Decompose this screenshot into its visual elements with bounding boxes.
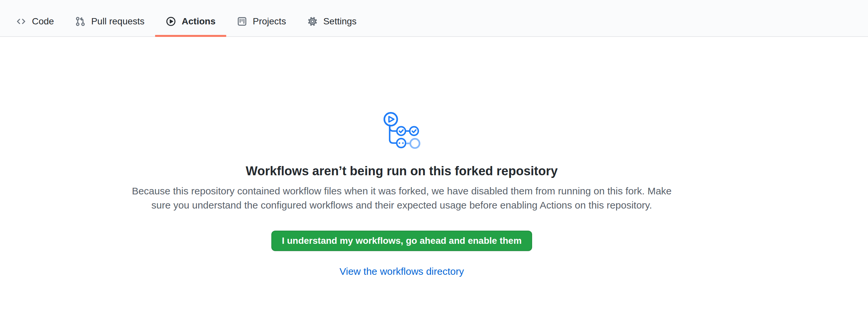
tab-label: Code xyxy=(32,17,54,26)
actions-disabled-panel: Workflows aren’t being run on this forke… xyxy=(0,37,803,277)
project-board-icon xyxy=(237,16,247,27)
description-text: Because this repository contained workfl… xyxy=(132,184,672,212)
workflows-directory-link[interactable]: View the workflows directory xyxy=(340,266,464,277)
tab-code[interactable]: Code xyxy=(5,7,65,36)
tab-label: Actions xyxy=(182,17,216,26)
gear-icon xyxy=(307,16,318,27)
tab-actions[interactable]: Actions xyxy=(155,7,226,36)
tab-projects[interactable]: Projects xyxy=(226,7,297,36)
repo-tab-nav: Code Pull requests Actions xyxy=(0,0,868,37)
tab-label: Settings xyxy=(323,17,356,26)
tab-pull-requests[interactable]: Pull requests xyxy=(65,7,155,36)
tab-label: Pull requests xyxy=(91,17,145,26)
code-icon xyxy=(16,16,26,27)
tab-label: Projects xyxy=(253,17,286,26)
git-pull-request-icon xyxy=(75,16,86,27)
play-circle-icon xyxy=(166,16,176,27)
active-tab-indicator xyxy=(155,35,226,37)
tab-settings[interactable]: Settings xyxy=(297,7,367,36)
enable-workflows-button[interactable]: I understand my workflows, go ahead and … xyxy=(271,230,532,251)
page-title: Workflows aren’t being run on this forke… xyxy=(246,163,557,179)
workflow-graph-icon xyxy=(383,111,421,149)
